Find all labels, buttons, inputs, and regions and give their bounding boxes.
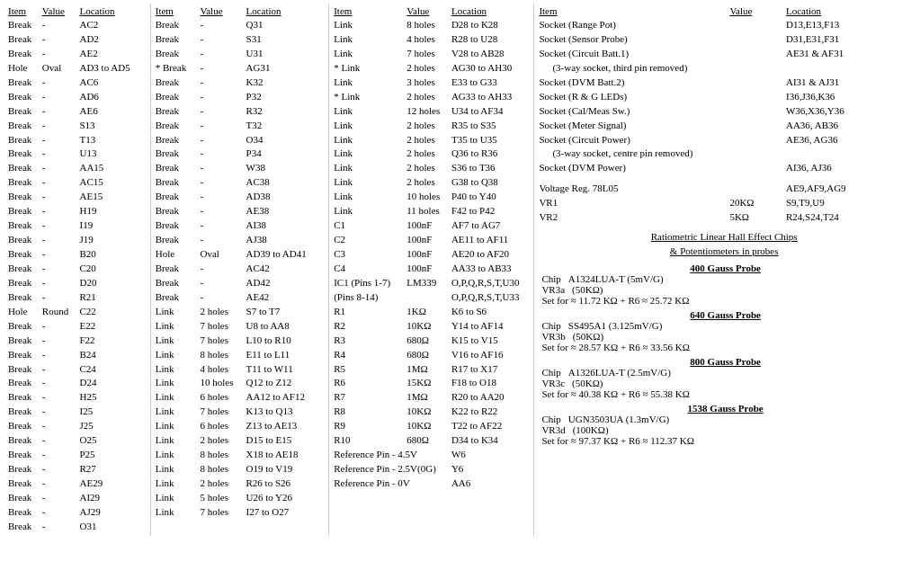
table-row: Break-AE2	[7, 47, 147, 61]
table-row: Link12 holesU34 to AF34	[333, 104, 530, 119]
probe-block: 800 Gauss ProbeChip A1326LUA-T (2.5mV/G)…	[538, 356, 913, 399]
column-1: Item Value Location Break-AC2Break-AD2Br…	[4, 4, 151, 536]
table-row: Socket (Range Pot)D13,E13,F13	[538, 18, 913, 32]
table-row: Break-P34	[155, 147, 325, 161]
table-row: Link7 holesK13 to Q13	[155, 405, 325, 419]
table-row: HoleOvalAD3 to AD5	[7, 61, 147, 76]
table-row: VR25KΩR24,S24,T24	[538, 210, 913, 225]
vr-label: VR3a	[541, 284, 565, 295]
table-row: R4680ΩV16 to AF16	[333, 348, 530, 362]
table-row: Break-AD2	[7, 32, 147, 47]
vr-label: VR3c	[541, 378, 565, 388]
table-row: Break-AD6	[7, 90, 147, 104]
table-col4-sockets: Item Value Location Socket (Range Pot)D1…	[538, 5, 913, 259]
table-row: Break-T13	[7, 133, 147, 147]
table-row: Socket (Meter Signal)AA36, AB36	[538, 119, 913, 133]
probe-block: 640 Gauss ProbeChip SS495A1 (3.125mV/G)V…	[538, 309, 913, 352]
table-row: (3-way socket, centre pin removed)	[538, 147, 913, 161]
probe-title: 400 Gauss Probe	[538, 263, 913, 273]
table-row: HoleOvalAD39 to AD41	[155, 247, 325, 262]
table-row: Link11 holesF42 to P42	[333, 204, 530, 218]
table-row: * Break-AG31	[155, 61, 325, 76]
table-row: Break-I19	[7, 218, 147, 233]
table-row: Link7 holesL10 to R10	[155, 334, 325, 348]
table-row: Break-AC6	[7, 76, 147, 90]
table-row: (3-way socket, third pin removed)	[538, 61, 913, 76]
table-row: Link8 holesD28 to K28	[333, 18, 530, 32]
table-row: Socket (Circuit Power)AE36, AG36	[538, 133, 913, 147]
table-row	[538, 225, 913, 231]
table-row: Break-AD42	[155, 276, 325, 290]
table-row: Link2 holesS36 to T36	[333, 161, 530, 175]
table-row: Break-S13	[7, 119, 147, 133]
probe-block: 400 Gauss ProbeChip A1324LUA-T (5mV/G)VR…	[538, 263, 913, 306]
table-row: R51MΩR17 to X17	[333, 362, 530, 377]
probe-title: 1538 Gauss Probe	[538, 403, 913, 414]
table-row: Break-K32	[155, 76, 325, 90]
set-value: Set for ≈ 28.57 KΩ + R6 ≈ 33.56 KΩ	[538, 342, 913, 352]
probes-section: 400 Gauss ProbeChip A1324LUA-T (5mV/G)VR…	[538, 263, 913, 446]
table-row: R11KΩK6 to S6	[333, 305, 530, 319]
table-row: Link8 holesX18 to AE18	[155, 448, 325, 462]
table-row: Break-J25	[7, 419, 147, 433]
table-row: Socket (DVM Power)AI36, AJ36	[538, 161, 913, 175]
table-row: Ratiometric Linear Hall Effect Chips	[538, 230, 913, 245]
table-row: Break-AJ38	[155, 233, 325, 247]
table-row: Break-R21	[7, 290, 147, 305]
set-value: Set for ≈ 40.38 KΩ + R6 ≈ 55.38 KΩ	[538, 388, 913, 399]
table-row: Link2 holesD15 to E15	[155, 433, 325, 448]
table-row: R210KΩY14 to AF14	[333, 319, 530, 334]
table-row: Break-AC2	[7, 18, 147, 32]
table-row: Break-I25	[7, 405, 147, 419]
col3-header-value: Value	[406, 5, 451, 18]
col2-header-location: Location	[246, 5, 326, 18]
table-row: Socket (Cal/Meas Sw.)W36,X36,Y36	[538, 104, 913, 119]
set-value: Set for ≈ 97.37 KΩ + R6 ≈ 112.37 KΩ	[538, 435, 913, 446]
table-row: Reference Pin - 2.5V(0G)Y6	[333, 462, 530, 477]
vr-value: (50KΩ)	[572, 378, 603, 388]
table-row: Break-AE15	[7, 190, 147, 204]
table-row: Break-P32	[155, 90, 325, 104]
table-row: Break-H19	[7, 204, 147, 218]
column-3: Item Value Location Link8 holesD28 to K2…	[329, 4, 534, 536]
table-row: * Link2 holesAG30 to AH30	[333, 61, 530, 76]
table-row: Break-O25	[7, 433, 147, 448]
table-row: Link2 holesT35 to U35	[333, 133, 530, 147]
table-row: Link4 holesR28 to U28	[333, 32, 530, 47]
main-container: Item Value Location Break-AC2Break-AD2Br…	[4, 4, 916, 536]
table-row: Break-J19	[7, 233, 147, 247]
table-row: Break-H25	[7, 390, 147, 405]
table-row: Break-R27	[7, 462, 147, 477]
chip-value: A1324LUA-T (5mV/G)	[568, 273, 664, 284]
table-row: Link6 holesZ13 to AE13	[155, 419, 325, 433]
table-row: Reference Pin - 0VAA6	[333, 477, 530, 491]
table-row: Link7 holesU8 to AA8	[155, 319, 325, 334]
table-row: Break-D20	[7, 276, 147, 290]
table-row: Break-C24	[7, 362, 147, 377]
table-row: Socket (DVM Batt.2)AI31 & AJ31	[538, 76, 913, 90]
table-row: Break-B20	[7, 247, 147, 262]
table-row: Break-AC38	[155, 175, 325, 190]
table-row: Link3 holesE33 to G33	[333, 76, 530, 90]
table-row: Link2 holesR26 to S26	[155, 477, 325, 491]
table-row: Break-AE38	[155, 204, 325, 218]
table-row: Break-R32	[155, 104, 325, 119]
table-row: Break-W38	[155, 161, 325, 175]
chip-label: Chip	[541, 367, 560, 378]
table-row: IC1 (Pins 1-7)LM339O,P,Q,R,S,T,U30	[333, 276, 530, 290]
table-row: Break-AI38	[155, 218, 325, 233]
table-row: Break-Q31	[155, 18, 325, 32]
table-row: Link6 holesAA12 to AF12	[155, 390, 325, 405]
table-row: Break-AJ29	[7, 505, 147, 520]
table-row	[538, 175, 913, 182]
table-row: Break-P25	[7, 448, 147, 462]
table-row: Break-C20	[7, 262, 147, 276]
table-row: Break-AC15	[7, 175, 147, 190]
table-row: HoleRoundC22	[7, 305, 147, 319]
col4-header-value: Value	[728, 5, 785, 18]
col1-header-item: Item	[7, 5, 41, 18]
table-row: Link10 holesP40 to Y40	[333, 190, 530, 204]
table-row: R910KΩT22 to AF22	[333, 419, 530, 433]
table-row: R810KΩK22 to R22	[333, 405, 530, 419]
col1-header-value: Value	[41, 5, 79, 18]
